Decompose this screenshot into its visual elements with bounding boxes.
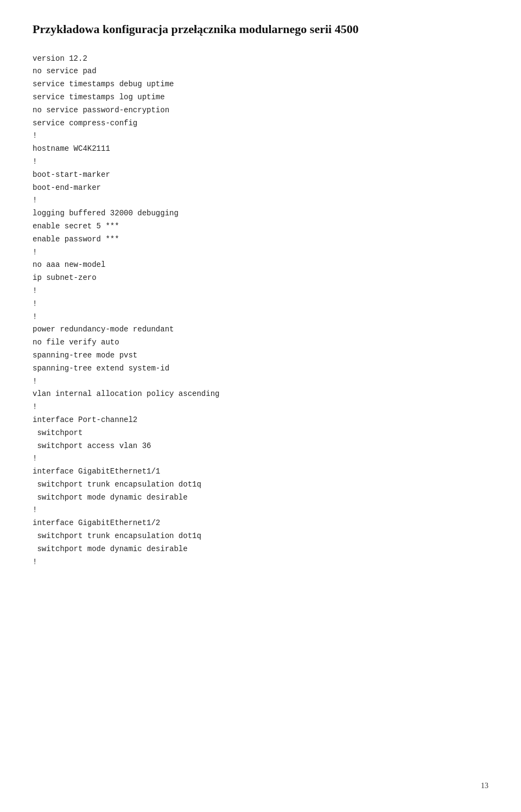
page-title: Przykładowa konfiguracja przełącznika mo…: [33, 22, 488, 37]
config-content: version 12.2 no service pad service time…: [33, 53, 488, 569]
page-number: 13: [481, 782, 488, 790]
